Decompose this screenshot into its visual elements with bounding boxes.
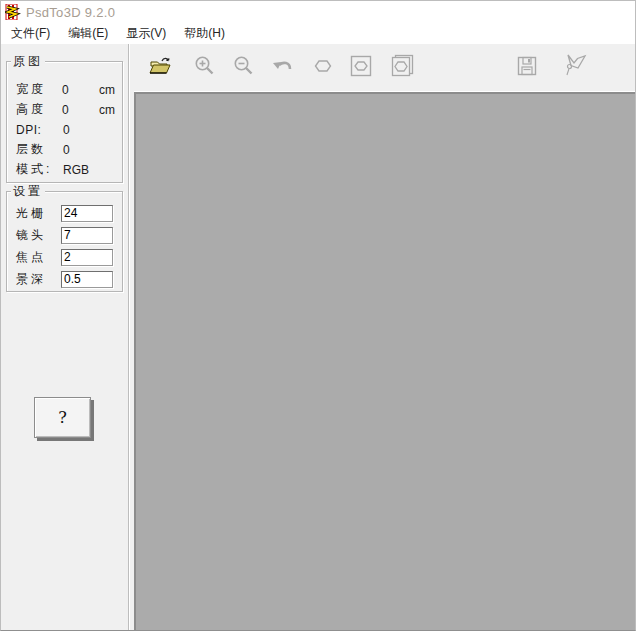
panel-divider-highlight bbox=[129, 44, 130, 630]
original-image-group: 原图 宽度 0 cm 高度 0 cm DPI: 0 层数 bbox=[6, 61, 123, 183]
dpi-label: DPI: bbox=[16, 123, 63, 137]
polygon-frame-button[interactable] bbox=[347, 53, 375, 81]
help-button[interactable]: ? bbox=[34, 397, 91, 438]
dpi-row: DPI: 0 bbox=[7, 122, 122, 137]
focus-label: 焦点 bbox=[16, 249, 56, 266]
width-value: 0 bbox=[62, 83, 99, 97]
polygon-tool-icon bbox=[311, 54, 335, 81]
title-bar[interactable]: PsdTo3D 9.2.0 bbox=[1, 1, 635, 23]
zoom-out-button[interactable] bbox=[230, 53, 258, 81]
focus-input[interactable] bbox=[61, 249, 113, 266]
menu-help[interactable]: 帮助(H) bbox=[175, 23, 234, 45]
menu-edit[interactable]: 编辑(E) bbox=[59, 23, 117, 45]
grating-label: 光栅 bbox=[16, 205, 56, 222]
settings-group: 设置 光栅 镜头 焦点 景深 bbox=[6, 191, 123, 292]
height-unit: cm bbox=[99, 103, 115, 117]
undo-button[interactable] bbox=[268, 53, 296, 81]
mode-value: RGB bbox=[63, 163, 101, 177]
polygon-frame-icon bbox=[349, 54, 373, 81]
focus-row: 焦点 bbox=[7, 248, 122, 266]
layers-value: 0 bbox=[63, 143, 101, 157]
polygon-layers-icon bbox=[388, 53, 414, 82]
save-icon bbox=[515, 54, 539, 81]
polygon-layers-button[interactable] bbox=[387, 53, 415, 81]
lens-input[interactable] bbox=[61, 227, 113, 244]
original-group-title: 原图 bbox=[11, 54, 45, 68]
lens-label: 镜头 bbox=[16, 227, 56, 244]
lens-row: 镜头 bbox=[7, 226, 122, 244]
window-title: PsdTo3D 9.2.0 bbox=[26, 5, 115, 20]
workspace-canvas[interactable] bbox=[134, 92, 635, 630]
polygon-tool-button[interactable] bbox=[309, 53, 337, 81]
menu-view[interactable]: 显示(V) bbox=[117, 23, 175, 45]
open-file-button[interactable] bbox=[147, 53, 175, 81]
height-label: 高度 bbox=[16, 101, 62, 118]
dpi-value: 0 bbox=[63, 123, 101, 137]
menu-file[interactable]: 文件(F) bbox=[2, 23, 59, 45]
layers-label: 层数 bbox=[16, 141, 63, 158]
undo-icon bbox=[269, 54, 295, 81]
toolbar bbox=[134, 44, 635, 92]
app-window: PsdTo3D 9.2.0 文件(F) 编辑(E) 显示(V) 帮助(H) 原图… bbox=[0, 0, 636, 631]
grating-row: 光栅 bbox=[7, 204, 122, 222]
export-3d-icon bbox=[563, 52, 589, 83]
open-file-icon bbox=[148, 54, 174, 81]
app-logo-icon[interactable] bbox=[5, 4, 21, 20]
zoom-out-icon bbox=[232, 54, 256, 81]
menu-bar: 文件(F) 编辑(E) 显示(V) 帮助(H) bbox=[1, 23, 635, 44]
mode-row: 模式: RGB bbox=[7, 162, 122, 177]
layers-row: 层数 0 bbox=[7, 142, 122, 157]
mode-label: 模式: bbox=[16, 161, 63, 178]
depth-label: 景深 bbox=[16, 271, 56, 288]
depth-input[interactable] bbox=[61, 271, 113, 288]
export-3d-button[interactable] bbox=[562, 53, 590, 81]
width-label: 宽度 bbox=[16, 81, 62, 98]
zoom-in-icon bbox=[193, 54, 217, 81]
grating-input[interactable] bbox=[61, 205, 113, 222]
settings-group-title: 设置 bbox=[11, 184, 45, 198]
width-unit: cm bbox=[99, 83, 115, 97]
main-area bbox=[134, 44, 635, 630]
height-row: 高度 0 cm bbox=[7, 102, 122, 117]
height-value: 0 bbox=[62, 103, 99, 117]
width-row: 宽度 0 cm bbox=[7, 82, 122, 97]
save-button[interactable] bbox=[513, 53, 541, 81]
left-panel: 原图 宽度 0 cm 高度 0 cm DPI: 0 层数 bbox=[1, 44, 134, 630]
depth-row: 景深 bbox=[7, 270, 122, 288]
zoom-in-button[interactable] bbox=[191, 53, 219, 81]
